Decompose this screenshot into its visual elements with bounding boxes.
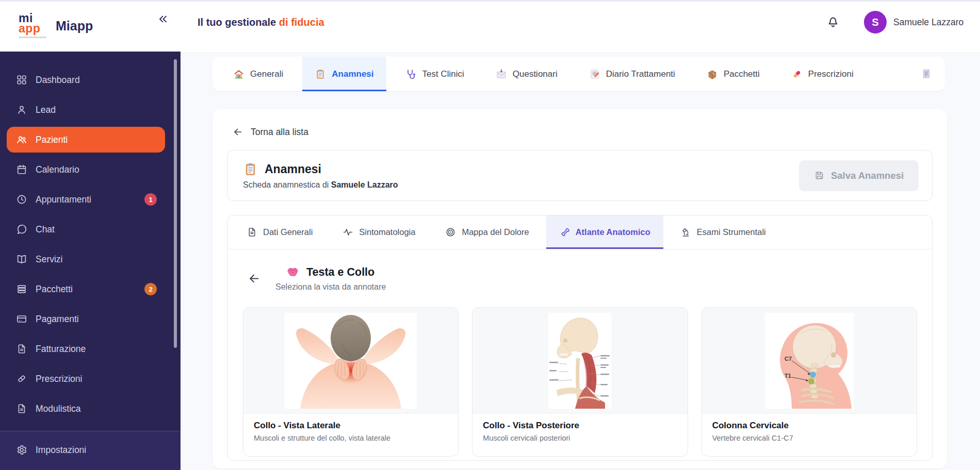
sidebar-item-label: Prescrizioni [36,374,82,384]
avatar[interactable]: S [864,11,887,33]
page-title: Il tuo gestionale di fiducia [198,16,324,28]
target-icon [445,227,456,238]
subtab-dati-generali[interactable]: Dati Generali [234,215,325,249]
sidebar-item-label: Calendario [36,164,79,175]
layers-icon [16,283,27,295]
mail-icon [496,69,507,80]
atlas-card-description: Muscoli cervicali posteriori [483,434,677,442]
anatomy-illustration [243,308,458,413]
tab-pacchetti[interactable]: Pacchetti [694,57,772,91]
subtab-atlante-anatomico[interactable]: Atlante Anatomico [546,215,663,249]
gear-icon [16,444,27,456]
sidebar-item-pazienti[interactable]: Pazienti [7,127,165,153]
bone-icon [559,227,570,238]
brain-icon [286,265,300,279]
logo-tagline [19,37,46,38]
tab-questionari[interactable]: Questionari [483,57,570,91]
sidebar-item-pacchetti[interactable]: Pacchetti2 [7,276,165,302]
miapp-logo[interactable]: mi app [19,13,46,38]
chevrons-left-icon [156,20,170,27]
page-title-main: Il tuo gestionale [198,16,276,28]
chat-icon [16,224,27,235]
anamnesi-subcard: Dati GeneraliSintomatologiaMappa del Dol… [227,215,933,461]
vertebra-label-c7: C7 [785,356,792,362]
anatomy-illustration: C7T1 [702,308,917,413]
sidebar-item-calendario[interactable]: Calendario [7,157,165,182]
tab-test-clinici[interactable]: Test Clinici [393,57,477,91]
atlas-card-info: Collo - Vista LateraleMuscoli e struttur… [243,413,458,442]
anamnesi-patient-name: Samuele Lazzaro [331,180,398,189]
subtab-label: Esami Strumentali [697,227,766,237]
tab-label: Test Clinici [422,69,464,79]
tab-more[interactable] [916,57,940,91]
notifications-button[interactable] [824,13,842,30]
atlas-card-description: Vertebre cervicali C1-C7 [712,434,906,442]
vertebra-label-t1: T1 [785,373,791,379]
atlas-card-colonna-cervicale[interactable]: C7T1Colonna CervicaleVertebre cervicali … [701,307,917,457]
tab-label: Questionari [513,69,558,79]
sidebar-item-lead[interactable]: Lead [7,97,165,123]
sidebar-item-dashboard[interactable]: Dashboard [7,67,165,93]
sidebar-item-prescrizioni[interactable]: Prescrizioni [7,366,165,392]
floppy-disk-icon [814,170,825,181]
tab-generali[interactable]: Generali [221,57,296,91]
subtab-label: Dati Generali [263,227,313,237]
page-title-accent: di fiducia [279,16,324,28]
tab-diario-trattamenti[interactable]: Diario Trattamenti [577,57,688,91]
subtab-label: Atlante Anatomico [576,227,650,237]
anamnesi-header-left: Anamnesi Scheda anamnestica di Samuele L… [243,162,398,190]
sidebar-item-chat[interactable]: Chat [7,216,165,242]
atlas-card-title: Collo - Vista Posteriore [483,421,677,431]
sidebar-item-label: Impostazioni [36,445,86,456]
brand-name: Miapp [56,19,93,33]
atlas-card-collo-vista-posteriore[interactable]: Collo - Vista PosterioreMuscoli cervical… [472,307,688,457]
sidebar-item-appuntamenti[interactable]: Appuntamenti1 [7,187,165,212]
tab-label: Diario Trattamenti [606,69,675,79]
arrow-left-icon [232,126,243,138]
sidebar-item-label: Dashboard [36,75,80,86]
sidebar-item-label: Lead [36,105,56,115]
anamnesi-card: Torna alla lista Anamnesi Scheda anamnes… [213,109,947,468]
file-text-icon [247,227,257,238]
sidebar-item-impostazioni[interactable]: Impostazioni [7,438,165,462]
atlas-section-header: Testa e Collo Seleziona la vista da anno… [227,249,932,307]
atlas-card-collo-vista-laterale[interactable]: Collo - Vista LateraleMuscoli e struttur… [243,307,459,457]
credit-card-icon [16,313,27,325]
sidebar-item-fatturazione[interactable]: Fatturazione [7,336,165,362]
tab-label: Generali [250,69,283,79]
file-icon [16,343,27,355]
tab-label: Pacchetti [724,69,760,79]
subtab-sintomatologia[interactable]: Sintomatologia [330,215,428,249]
logo-text-app: app [19,24,46,34]
anamnesi-header-panel: Anamnesi Scheda anamnestica di Samuele L… [227,150,933,201]
sidebar-collapse-button[interactable] [154,10,172,29]
sidebar: mi app Miapp DashboardLeadPazientiCalend… [0,0,181,470]
file-icon [16,403,27,414]
subtab-esami-strumentali[interactable]: Esami Strumentali [667,215,779,249]
atlas-view-cards: Collo - Vista LateraleMuscoli e struttur… [243,307,917,457]
sidebar-scrollbar[interactable] [174,59,177,348]
sidebar-item-pagamenti[interactable]: Pagamenti [7,306,165,332]
sidebar-item-modulistica[interactable]: Modulistica [7,396,165,422]
microscope-icon [680,227,691,238]
back-to-list-link[interactable]: Torna alla lista [232,126,308,138]
memo-icon [589,69,600,80]
save-anamnesi-label: Salva Anamnesi [831,170,904,181]
tab-prescrizioni[interactable]: Prescrizioni [779,57,866,91]
user-name[interactable]: Samuele Lazzaro [893,17,963,28]
sidebar-item-label: Chat [36,224,55,235]
sidebar-item-label: Pagamenti [36,314,79,325]
atlas-card-description: Muscoli e strutture del collo, vista lat… [254,434,448,442]
subtab-mappa-del-dolore[interactable]: Mappa del Dolore [432,215,542,249]
atlas-back-button[interactable] [247,272,261,286]
users-icon [16,134,27,145]
atlas-card-title: Colonna Cervicale [712,421,906,431]
tab-label: Prescrizioni [808,69,854,79]
clipboard-icon [243,162,258,177]
save-anamnesi-button[interactable]: Salva Anamnesi [799,160,919,191]
sidebar-item-servizi[interactable]: Servizi [7,246,165,272]
tab-anamnesi[interactable]: Anamnesi [302,57,386,91]
clipboard-icon [315,69,326,80]
atlas-heading: Testa e Collo Seleziona la vista da anno… [275,265,386,292]
sidebar-item-label: Appuntamenti [36,194,91,205]
